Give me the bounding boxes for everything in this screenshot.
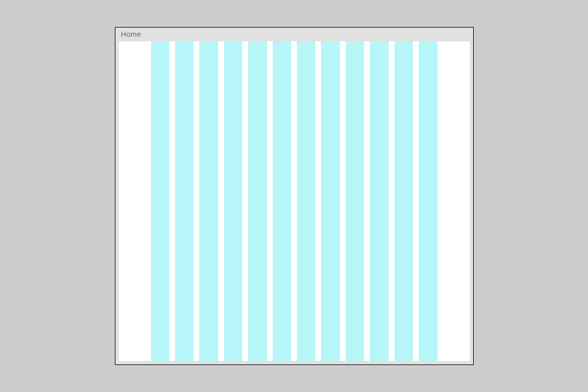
grid-column — [175, 41, 194, 361]
grid-column — [419, 41, 437, 361]
window-titlebar: Home — [115, 28, 473, 41]
grid-column — [394, 41, 413, 361]
grid-column — [273, 41, 291, 361]
grid-column — [297, 41, 315, 361]
grid-column — [224, 41, 242, 361]
grid-column — [346, 41, 364, 361]
column-grid — [119, 41, 470, 361]
app-window: Home — [115, 27, 474, 365]
grid-column — [370, 41, 388, 361]
grid-column — [248, 41, 266, 361]
grid-column — [199, 41, 218, 361]
content-area — [119, 41, 470, 361]
grid-column — [321, 41, 339, 361]
window-title: Home — [121, 30, 141, 38]
grid-column — [151, 41, 169, 361]
